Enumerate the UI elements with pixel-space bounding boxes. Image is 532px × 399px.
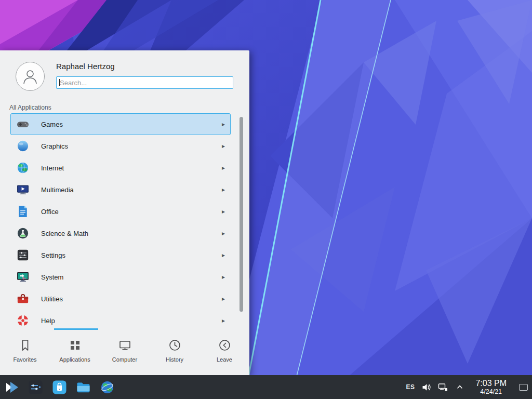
- taskbar-panel: ES 7:03 PM: [0, 375, 532, 399]
- utilities-icon: [16, 292, 30, 305]
- multimedia-icon: [16, 183, 30, 196]
- category-games[interactable]: Games ▸: [10, 113, 231, 135]
- submenu-arrow-icon: ▸: [222, 164, 225, 171]
- system-icon: [16, 270, 30, 284]
- category-office[interactable]: Office ▸: [10, 201, 231, 222]
- web-browser-icon[interactable]: [100, 380, 115, 395]
- show-desktop-button[interactable]: [517, 378, 529, 396]
- section-label: All Applications: [9, 104, 51, 111]
- desktop: Raphael Hertzog All Applications: [0, 0, 532, 399]
- category-list: Games ▸ Graphics ▸: [10, 113, 231, 328]
- digital-clock[interactable]: 7:03 PM 4/24/21: [475, 379, 507, 396]
- tab-favorites[interactable]: Favorites: [0, 330, 50, 375]
- submenu-arrow-icon: ▸: [222, 251, 225, 259]
- category-settings[interactable]: Settings ▸: [10, 244, 231, 266]
- category-internet[interactable]: Internet ▸: [10, 157, 231, 179]
- tab-applications[interactable]: Applications: [50, 330, 100, 375]
- computer-icon: [118, 338, 132, 352]
- submenu-arrow-icon: ▸: [222, 121, 225, 128]
- volume-icon[interactable]: [421, 382, 431, 392]
- games-icon: [16, 117, 30, 131]
- user-icon: [21, 68, 39, 85]
- show-desktop-icon: [519, 384, 528, 391]
- keyboard-layout-indicator[interactable]: ES: [406, 383, 415, 391]
- network-icon[interactable]: [438, 382, 448, 392]
- office-icon: [16, 205, 30, 218]
- file-manager-icon[interactable]: [76, 380, 91, 395]
- category-utilities[interactable]: Utilities ▸: [10, 288, 231, 310]
- scrollbar[interactable]: [240, 117, 243, 312]
- submenu-arrow-icon: ▸: [222, 142, 225, 150]
- grid-icon: [68, 338, 82, 352]
- tab-history[interactable]: History: [150, 330, 200, 375]
- text-caret: [59, 79, 60, 86]
- submenu-arrow-icon: ▸: [222, 295, 225, 302]
- submenu-arrow-icon: ▸: [222, 186, 225, 193]
- user-avatar[interactable]: [16, 62, 45, 91]
- terminal-icon[interactable]: [28, 380, 43, 395]
- science-math-icon: [16, 227, 30, 240]
- settings-icon: [16, 248, 30, 262]
- submenu-arrow-icon: ▸: [222, 208, 225, 215]
- submenu-arrow-icon: ▸: [222, 317, 225, 324]
- category-science-math[interactable]: Science & Math ▸: [10, 222, 231, 244]
- leave-icon: [218, 338, 232, 352]
- category-help[interactable]: Help ▸: [10, 310, 231, 328]
- bookmark-icon: [18, 338, 32, 352]
- category-graphics[interactable]: Graphics ▸: [10, 135, 231, 157]
- submenu-arrow-icon: ▸: [222, 273, 225, 281]
- internet-icon: [16, 161, 30, 175]
- tab-leave[interactable]: Leave: [200, 330, 249, 375]
- category-multimedia[interactable]: Multimedia ▸: [10, 179, 231, 201]
- system-tray: ES 7:03 PM: [406, 375, 532, 399]
- tab-computer[interactable]: Computer: [100, 330, 150, 375]
- application-launcher-menu: Raphael Hertzog All Applications: [0, 50, 249, 375]
- discover-software-icon[interactable]: [52, 380, 67, 395]
- category-system[interactable]: System ▸: [10, 266, 231, 288]
- application-launcher-button[interactable]: [4, 380, 19, 395]
- clock-icon: [168, 338, 182, 352]
- clock-time: 7:03 PM: [475, 379, 507, 388]
- search-input[interactable]: [56, 76, 233, 89]
- launcher-tabbar: Favorites Applications Computer: [0, 330, 249, 375]
- graphics-icon: [16, 139, 30, 153]
- kde-launcher-icon: [4, 380, 19, 395]
- tray-expand-icon[interactable]: [455, 382, 464, 392]
- submenu-arrow-icon: ▸: [222, 230, 225, 237]
- user-name: Raphael Hertzog: [56, 62, 115, 71]
- clock-date: 4/24/21: [480, 388, 502, 395]
- help-icon: [16, 314, 30, 327]
- launcher-header: Raphael Hertzog: [0, 50, 249, 100]
